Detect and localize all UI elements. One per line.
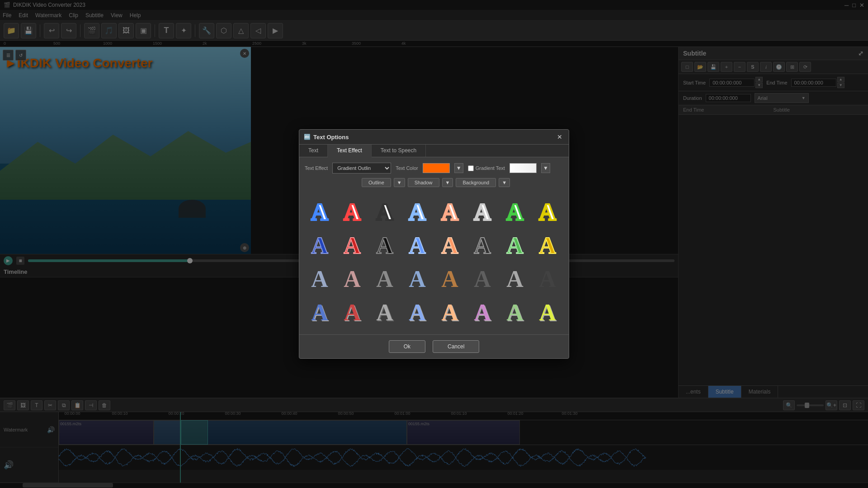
outline-btn[interactable]: Outline xyxy=(362,178,391,187)
svg-text:A: A xyxy=(311,300,328,324)
style-red-outline[interactable]: A xyxy=(337,194,367,226)
svg-text:A: A xyxy=(376,199,393,224)
svg-text:A: A xyxy=(344,300,361,324)
text-effect-label: Text Effect xyxy=(305,165,328,171)
style-flat-peach[interactable]: A A xyxy=(435,295,465,326)
style-white-outline[interactable]: A xyxy=(467,194,497,226)
svg-text:A: A xyxy=(506,199,524,224)
style-muted-black[interactable]: A xyxy=(533,261,562,293)
svg-text:A: A xyxy=(409,266,426,291)
svg-text:A: A xyxy=(311,266,328,291)
shadow-btn[interactable]: Shadow xyxy=(408,178,439,187)
svg-text:A: A xyxy=(506,300,524,324)
gradient-swatch[interactable] xyxy=(509,163,537,173)
style-light-blue-outline[interactable]: A xyxy=(402,194,432,226)
svg-text:A: A xyxy=(474,300,491,324)
svg-text:A: A xyxy=(344,233,361,257)
style-muted-red[interactable]: A xyxy=(337,261,367,293)
svg-text:A: A xyxy=(474,233,491,257)
svg-text:A: A xyxy=(441,300,458,324)
tab-text-to-speech[interactable]: Text to Speech xyxy=(372,145,426,157)
dialog-buttons: Ok Cancel xyxy=(299,334,569,358)
style-solid-red[interactable]: A xyxy=(337,228,367,259)
dialog-title: Text Options xyxy=(313,134,349,141)
svg-text:A: A xyxy=(311,233,328,257)
gradient-text-label: Gradient Text xyxy=(476,165,505,171)
svg-text:A: A xyxy=(376,266,393,291)
background-dropdown-btn[interactable]: ▼ xyxy=(499,178,510,187)
svg-text:A: A xyxy=(376,233,393,257)
gradient-dropdown[interactable]: ▼ xyxy=(541,163,550,173)
svg-text:A: A xyxy=(441,266,458,291)
style-solid-lblue[interactable]: A xyxy=(402,228,432,259)
svg-text:A: A xyxy=(539,233,556,257)
svg-text:A: A xyxy=(376,300,393,324)
modal-overlay: 🔤 Text Options ✕ Text Text Effect Text t… xyxy=(0,0,868,488)
style-solid-green[interactable]: A xyxy=(500,228,530,259)
outline-dropdown-btn[interactable]: ▼ xyxy=(394,178,405,187)
svg-text:A: A xyxy=(539,199,556,224)
style-solid-yellow[interactable]: A xyxy=(533,228,562,259)
svg-text:A: A xyxy=(506,266,524,291)
style-yellow-outline[interactable]: A xyxy=(533,194,562,226)
shadow-dropdown-btn[interactable]: ▼ xyxy=(442,178,453,187)
style-solid-darkgray[interactable]: A xyxy=(467,228,497,259)
gradient-text-checkbox[interactable] xyxy=(468,165,474,171)
text-color-dropdown[interactable]: ▼ xyxy=(454,163,463,173)
style-muted-lblue[interactable]: A xyxy=(402,261,432,293)
style-muted-orange[interactable]: A xyxy=(435,261,465,293)
background-btn[interactable]: Background xyxy=(456,178,496,187)
style-flat-yellow[interactable]: A A xyxy=(533,295,562,326)
style-black-outline[interactable]: A xyxy=(370,194,400,226)
style-muted-gray[interactable]: A xyxy=(370,261,400,293)
dialog-content: Text Effect Gradient Outlin Text Color ▼… xyxy=(299,157,569,334)
text-color-label: Text Color xyxy=(396,165,418,171)
svg-text:A: A xyxy=(474,266,491,291)
dialog-title-bar: 🔤 Text Options ✕ xyxy=(299,130,569,145)
text-effect-row: Text Effect Gradient Outlin Text Color ▼… xyxy=(305,163,563,174)
style-flat-red[interactable]: A A xyxy=(337,295,367,326)
style-solid-peach[interactable]: A xyxy=(435,228,465,259)
ok-button[interactable]: Ok xyxy=(389,340,425,353)
gradient-text-check-group: Gradient Text xyxy=(468,165,505,171)
style-flat-purple[interactable]: A A xyxy=(467,295,497,326)
style-flat-lightgreen[interactable]: A A xyxy=(500,295,530,326)
cancel-button[interactable]: Cancel xyxy=(433,340,479,353)
text-effect-select[interactable]: Gradient Outlin xyxy=(332,163,391,174)
tab-text[interactable]: Text xyxy=(299,145,328,157)
svg-text:A: A xyxy=(539,300,556,324)
style-muted-darkgray[interactable]: A xyxy=(467,261,497,293)
svg-text:A: A xyxy=(441,199,458,224)
style-flat-gray[interactable]: A A xyxy=(370,295,400,326)
style-green-outline[interactable]: A xyxy=(500,194,530,226)
text-color-swatch[interactable] xyxy=(423,163,450,173)
style-flat-blue[interactable]: A A xyxy=(305,295,335,326)
svg-text:A: A xyxy=(344,199,361,224)
style-muted-lightgray[interactable]: A xyxy=(500,261,530,293)
style-solid-blue[interactable]: A xyxy=(305,228,335,259)
svg-text:A: A xyxy=(409,199,426,224)
dialog-close-button[interactable]: ✕ xyxy=(555,132,564,141)
letter-style-grid: A A A A A A A xyxy=(305,192,563,329)
svg-text:A: A xyxy=(474,199,491,224)
svg-text:A: A xyxy=(539,266,556,291)
tab-text-effect[interactable]: Text Effect xyxy=(328,145,372,157)
svg-text:A: A xyxy=(311,199,328,224)
svg-text:A: A xyxy=(506,233,524,257)
style-peach-outline[interactable]: A xyxy=(435,194,465,226)
style-blue-outline[interactable]: A xyxy=(305,194,335,226)
style-flat-lblue[interactable]: A A xyxy=(402,295,432,326)
outline-shadow-row: Outline ▼ Shadow ▼ Background ▼ xyxy=(305,178,563,187)
style-muted-blue[interactable]: A xyxy=(305,261,335,293)
svg-text:A: A xyxy=(441,233,458,257)
svg-text:A: A xyxy=(409,233,426,257)
dialog-icon: 🔤 xyxy=(304,134,311,140)
svg-text:A: A xyxy=(409,300,426,324)
svg-text:A: A xyxy=(344,266,361,291)
style-solid-black[interactable]: A xyxy=(370,228,400,259)
dialog-tabs: Text Text Effect Text to Speech xyxy=(299,145,569,157)
text-options-dialog: 🔤 Text Options ✕ Text Text Effect Text t… xyxy=(299,129,569,359)
